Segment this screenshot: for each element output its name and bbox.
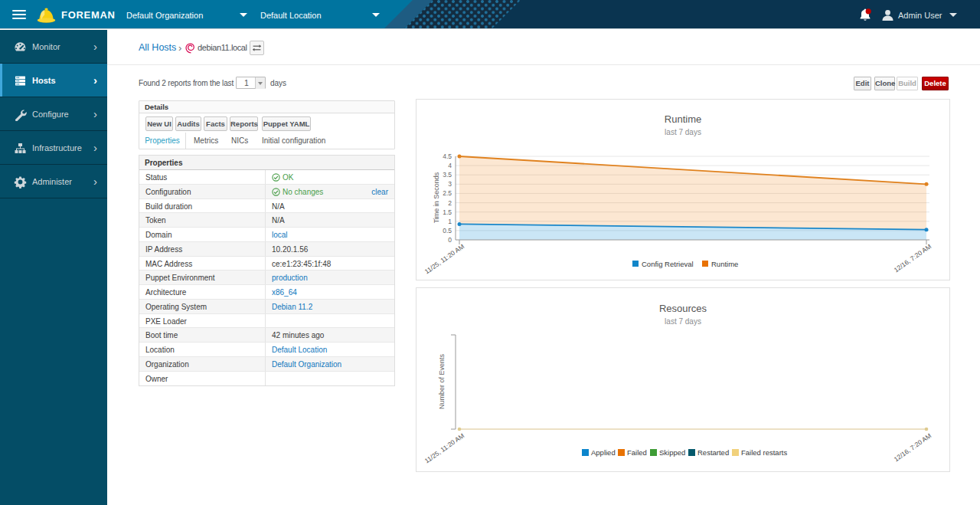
svg-text:Applied: Applied — [591, 448, 616, 457]
svg-text:Restarted: Restarted — [697, 448, 729, 457]
svg-text:12/16, 7:20 AM: 12/16, 7:20 AM — [893, 242, 933, 274]
svg-text:1: 1 — [448, 218, 452, 225]
svg-text:Failed: Failed — [627, 448, 647, 457]
svg-text:Time in Seconds: Time in Seconds — [433, 172, 440, 223]
svg-text:2.5: 2.5 — [443, 189, 452, 197]
svg-text:4: 4 — [448, 162, 452, 169]
svg-text:1.5: 1.5 — [443, 208, 452, 216]
svg-text:Runtime: Runtime — [711, 260, 738, 268]
svg-text:3.5: 3.5 — [443, 171, 452, 179]
svg-text:2: 2 — [448, 199, 452, 207]
svg-text:Number of Events: Number of Events — [438, 353, 446, 409]
svg-text:11/25, 11:20 AM: 11/25, 11:20 AM — [423, 242, 466, 275]
svg-text:3: 3 — [448, 180, 452, 188]
svg-text:12/16, 7:20 AM: 12/16, 7:20 AM — [893, 431, 933, 463]
svg-text:Failed restarts: Failed restarts — [741, 448, 787, 457]
svg-text:Config Retrieval: Config Retrieval — [642, 260, 694, 268]
svg-text:0.5: 0.5 — [443, 227, 452, 234]
svg-text:4.5: 4.5 — [443, 152, 452, 160]
svg-text:Skipped: Skipped — [659, 448, 685, 457]
svg-text:0: 0 — [448, 236, 452, 244]
svg-text:11/25, 11:20 AM: 11/25, 11:20 AM — [423, 431, 466, 464]
